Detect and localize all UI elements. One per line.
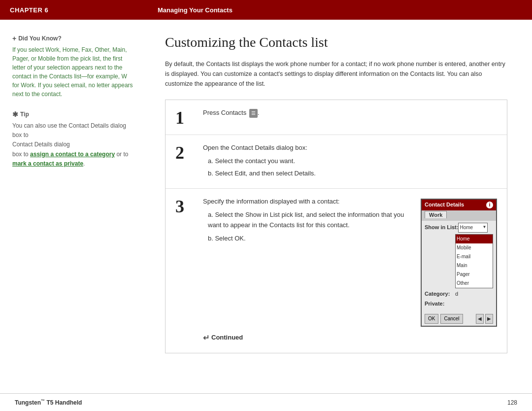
dialog-info-icon: i xyxy=(486,202,493,208)
continued-text: Continued xyxy=(211,333,243,343)
step-1-content: Press Contacts ☰. xyxy=(203,108,497,118)
dialog-buttons: OK Cancel ◀ ▶ xyxy=(422,312,496,326)
list-item-pager[interactable]: Pager xyxy=(456,270,493,279)
step-2-number: 2 xyxy=(175,143,193,162)
dialog-title: Contact Details xyxy=(425,201,464,209)
sidebar: + Did You Know? If you select Work, Home… xyxy=(0,20,145,393)
list-item-other[interactable]: Other xyxy=(456,279,493,288)
chapter-label: CHAPTER 6 xyxy=(10,6,158,14)
plus-icon: + xyxy=(12,34,16,42)
dialog-nav-icons: ◀ ▶ xyxy=(476,314,493,324)
step-3-title: Specify the information displayed with a… xyxy=(203,197,413,207)
main-layout: + Did You Know? If you select Work, Home… xyxy=(0,20,532,393)
contact-details-dialog: Contact Details i Work Show in List: xyxy=(421,199,497,326)
step-2: 2 Open the Contact Details dialog box: a… xyxy=(166,135,507,189)
intro-text: By default, the Contacts list displays t… xyxy=(165,59,507,89)
private-label: Private: xyxy=(425,300,455,308)
list-item-main[interactable]: Main xyxy=(456,261,493,270)
steps-container: 1 Press Contacts ☰. 2 Open the Contact D… xyxy=(165,100,507,353)
step-3-number: 3 xyxy=(175,197,193,215)
dialog-titlebar: Contact Details i xyxy=(422,200,496,210)
dialog-cancel-button[interactable]: Cancel xyxy=(440,314,463,324)
continued-section: ↵ Continued xyxy=(203,327,497,345)
dialog-tab-row: Work xyxy=(422,210,496,221)
page-header: CHAPTER 6 Managing Your Contacts xyxy=(0,0,532,20)
tip-heading: ✱ Tip xyxy=(12,110,135,118)
did-you-know-heading: + Did You Know? xyxy=(12,34,135,42)
step-3-inner: Specify the information displayed with a… xyxy=(203,197,497,326)
contacts-icon: ☰ xyxy=(249,109,258,118)
dialog-body: Show in List: Home ▼ Home Mobile E xyxy=(422,221,496,312)
step-3: 3 Specify the information displayed with… xyxy=(166,189,507,353)
step-1: 1 Press Contacts ☰. xyxy=(166,100,507,135)
step-2-content: Open the Contact Details dialog box: a. … xyxy=(203,143,497,180)
footer-brand: Tungsten™ T5 Handheld xyxy=(15,399,82,406)
list-item-home[interactable]: Home xyxy=(456,235,493,243)
dropdown-list: Home Mobile E-mail Main Pager Other xyxy=(455,234,493,288)
show-in-list-dropdown[interactable]: Home ▼ xyxy=(458,223,488,233)
step-3-text: Specify the information displayed with a… xyxy=(203,197,413,245)
tip-text: You can also use the Contact Details dia… xyxy=(12,121,135,169)
category-value: d xyxy=(455,290,458,299)
dialog-tab-work: Work xyxy=(425,211,447,218)
did-you-know-section: + Did You Know? If you select Work, Home… xyxy=(12,34,135,99)
tip-link-category[interactable]: assign a contact to a category xyxy=(30,151,115,158)
show-in-list-row: Show in List: Home ▼ xyxy=(425,223,493,233)
content-area: Customizing the Contacts list By default… xyxy=(145,20,532,393)
tip-text-before: You can also use the Contact Details dia… xyxy=(12,122,126,138)
step-3-sub-a: a. Select the Show in List pick list, an… xyxy=(208,210,413,231)
step-2-sub-a: a. Select the contact you want. xyxy=(208,156,497,167)
tip-link-private[interactable]: mark a contact as private xyxy=(12,160,83,167)
step-2-title: Open the Contact Details dialog box: xyxy=(203,143,497,153)
step-1-period: . xyxy=(258,109,260,116)
dialog-next-icon[interactable]: ▶ xyxy=(485,314,493,324)
footer-page-number: 128 xyxy=(507,399,517,406)
step-3-content: Specify the information displayed with a… xyxy=(203,197,497,345)
tip-text-after: . xyxy=(83,160,85,167)
show-in-list-label: Show in List: xyxy=(425,223,458,232)
show-in-list-value: Home xyxy=(460,224,473,232)
tip-text-before2: Contact Details dialog xyxy=(12,141,70,148)
step-3-sub-b: b. Select OK. xyxy=(208,234,413,244)
tip-text-box: box to xyxy=(12,151,30,158)
step-2-sub-b: b. Select Edit, and then select Details. xyxy=(208,169,497,179)
step-1-number: 1 xyxy=(175,108,193,127)
category-label: Category: xyxy=(425,290,455,299)
dropdown-caret-icon: ▼ xyxy=(483,224,487,231)
asterisk-icon: ✱ xyxy=(12,110,18,118)
dialog-ok-button[interactable]: OK xyxy=(425,314,438,324)
page-footer: Tungsten™ T5 Handheld 128 xyxy=(0,393,532,411)
dialog-prev-icon[interactable]: ◀ xyxy=(476,314,484,324)
page-heading: Customizing the Contacts list xyxy=(165,34,507,50)
step-1-text: Press Contacts xyxy=(203,109,248,116)
list-item-email[interactable]: E-mail xyxy=(456,252,493,261)
continued-arrow-icon: ↵ xyxy=(203,332,209,344)
tip-section: ✱ Tip You can also use the Contact Detai… xyxy=(12,110,135,169)
did-you-know-text: If you select Work, Home, Fax, Other, Ma… xyxy=(12,45,135,99)
tip-text-middle: or to xyxy=(116,151,128,158)
category-row: Category: d xyxy=(425,290,493,299)
private-row: Private: xyxy=(425,300,493,308)
list-item-mobile[interactable]: Mobile xyxy=(456,243,493,252)
chapter-title: Managing Your Contacts xyxy=(158,6,522,14)
